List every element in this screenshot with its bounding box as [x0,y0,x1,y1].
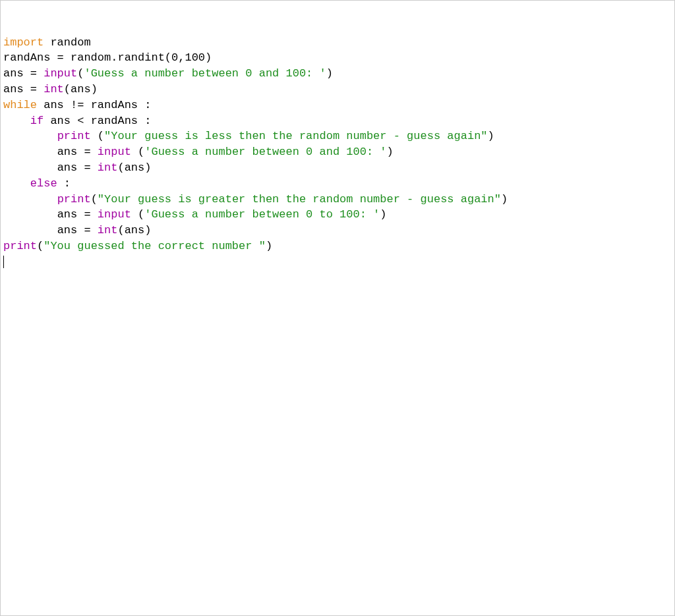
builtin-int: int [98,161,118,174]
text-cursor [3,256,4,268]
code-line: ans = int(ans) [3,224,151,237]
code-text: ans = [57,146,98,158]
string-literal: "Your guess is greater then the random n… [98,193,501,206]
code-text: ( [37,240,44,252]
code-text: ( [138,146,144,158]
indent [3,161,57,174]
number-literal: 0 [171,51,178,64]
code-line: randAns = random.randint(0,100) [3,51,212,64]
code-text [91,130,98,142]
string-literal: "You guessed the correct number " [44,240,266,252]
builtin-int: int [44,83,64,96]
code-line: print("You guessed the correct number ") [3,240,272,252]
code-line: print ("Your guess is less then the rand… [3,130,494,142]
keyword-if: if [30,115,44,127]
code-line: ans = int(ans) [3,161,151,174]
indent [3,208,57,221]
number-literal: 100 [185,51,205,64]
keyword-while: while [3,99,37,111]
code-text: randAns = random.randint( [3,51,171,64]
code-line: ans = input ('Guess a number between 0 t… [3,208,387,221]
code-text: (ans) [117,161,151,174]
code-editor[interactable]: import random randAns = random.randint(0… [3,35,672,270]
builtin-print: print [57,130,91,142]
code-text [131,146,138,158]
code-line: ans = int(ans) [3,83,98,96]
code-text: (ans) [64,83,98,96]
string-literal: "Your guess is less then the random numb… [104,130,488,142]
code-text: (ans) [117,224,151,237]
string-literal: 'Guess a number between 0 and 100: ' [84,67,326,80]
code-text: ) [380,208,386,221]
builtin-print: print [57,193,91,206]
code-text: ) [205,51,212,64]
builtin-input: input [98,208,131,221]
indent [3,115,30,127]
code-line: ans = input ('Guess a number between 0 a… [3,146,394,158]
code-text: ( [98,130,104,142]
indent [3,193,57,206]
indent [3,146,57,158]
code-text: ans = [57,161,98,174]
code-line: import random [3,36,91,49]
module-name: random [44,36,90,49]
code-text: ( [91,193,98,206]
indent [3,224,57,237]
code-text: ) [387,146,394,158]
code-text: ans = [57,208,98,221]
builtin-input: input [98,146,131,158]
code-text: : [57,177,71,190]
code-text: ( [138,208,144,221]
code-line: else : [3,177,71,190]
keyword-else: else [30,177,57,190]
code-text: ans < randAns : [44,115,151,127]
code-text: ) [501,193,508,206]
code-text: ans != randAns : [37,99,151,111]
builtin-input: input [44,67,77,80]
keyword-import: import [3,36,44,49]
string-literal: 'Guess a number between 0 to 100: ' [144,208,380,221]
builtin-print: print [3,240,37,252]
code-text: ans = [3,67,44,80]
code-text: ) [266,240,272,252]
code-line: while ans != randAns : [3,99,151,111]
code-text: ans = [57,224,98,237]
code-text: ) [326,67,333,80]
indent [3,177,30,190]
code-text: ans = [3,83,44,96]
code-text [131,208,138,221]
string-literal: 'Guess a number between 0 and 100: ' [144,146,386,158]
code-line: if ans < randAns : [3,115,151,127]
builtin-int: int [98,224,118,237]
code-line: ans = input('Guess a number between 0 an… [3,67,333,80]
code-text: ) [488,130,494,142]
code-text: , [178,51,185,64]
code-line: print("Your guess is greater then the ra… [3,193,508,206]
indent [3,130,57,142]
code-text: ( [77,67,84,80]
